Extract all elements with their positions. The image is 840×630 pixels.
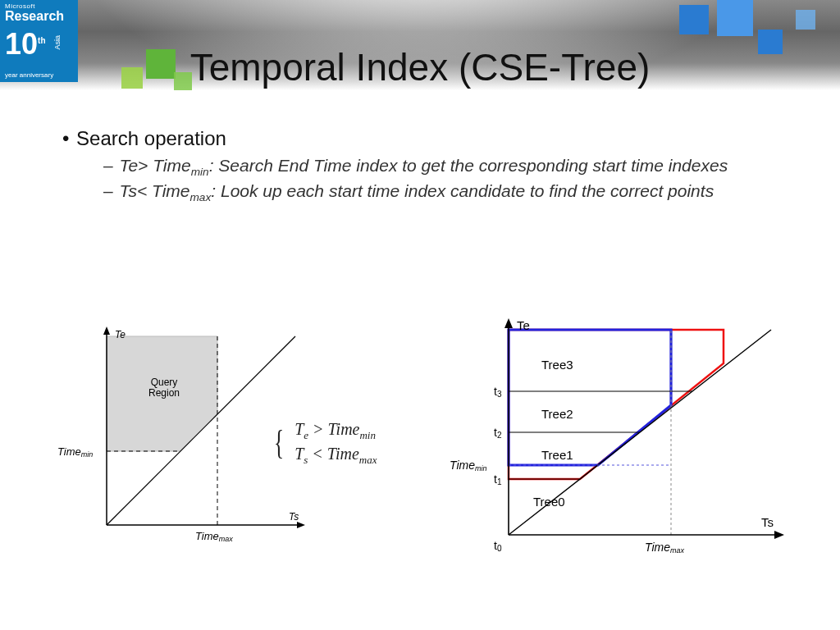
right-chart: Te Ts t1 t2 t3 Timemin t0 Timemax Tree0 …: [443, 313, 796, 576]
time-min-label: Timemin: [450, 459, 487, 472]
logo-ten: 10: [5, 27, 38, 61]
query-region-text: QueryRegion: [139, 377, 189, 399]
y-axis-arrow-icon: [504, 318, 513, 328]
time-max-label: Timemax: [195, 530, 233, 543]
deco-square: [717, 0, 753, 36]
time-min-label: Timemin: [57, 445, 93, 459]
time-max-label: Timemax: [645, 541, 685, 555]
tree3-label: Tree3: [541, 358, 573, 372]
bullet-ts-lead: Ts< Time: [120, 181, 190, 200]
deco-square: [796, 10, 815, 30]
body-text: Search operation Te> Timemin: Search End…: [57, 127, 799, 207]
tree1-label: Tree1: [541, 448, 573, 462]
slide-title: Temporal Index (CSE-Tree): [0, 45, 840, 89]
tick-t2: t2: [494, 426, 502, 440]
tree0-label: Tree0: [533, 495, 565, 509]
logo-anniversary: year anniversary: [5, 72, 53, 79]
logo-asia: Asia: [54, 34, 62, 49]
bullet-te-rest: : Search End Time index to get the corre…: [209, 156, 728, 175]
bullet-te-sub: min: [191, 166, 209, 178]
y-axis-arrow-icon: [103, 326, 110, 335]
logo-research: Research: [5, 10, 73, 24]
logo-th: th: [38, 36, 45, 45]
deco-square: [679, 5, 709, 34]
tick-t3: t3: [494, 385, 502, 399]
x-axis-arrow-icon: [297, 522, 305, 528]
tick-t1: t1: [494, 472, 502, 486]
bullet-te-lead: Te> Time: [120, 156, 191, 175]
bullet-te-condition: Te> Timemin: Search End Time index to ge…: [121, 155, 799, 179]
query-region-outline: [509, 330, 671, 465]
x-axis-label: Ts: [289, 511, 299, 523]
bullet-search-operation: Search operation: [82, 127, 799, 150]
brace-icon: {: [274, 419, 284, 466]
bullet-ts-sub: max: [190, 191, 212, 203]
constraints-math: { Te > Timemin Ts < Timemax: [271, 418, 377, 467]
y-axis-label: Te: [115, 329, 126, 340]
tick-t0: t0: [494, 539, 502, 553]
y-axis-label: Te: [517, 318, 530, 332]
bullet-ts-rest: : Look up each start time index candidat…: [211, 181, 714, 200]
figures-area: Te Ts Query Region Timemin Timemax Query…: [0, 320, 840, 599]
microsoft-research-logo: Microsoft Research 10th Asia year annive…: [0, 0, 78, 82]
bullet-ts-condition: Ts< Timemax: Look up each start time ind…: [121, 180, 799, 204]
x-axis-arrow-icon: [774, 531, 784, 539]
tree2-label: Tree2: [541, 407, 573, 421]
x-axis-label: Ts: [761, 515, 774, 529]
